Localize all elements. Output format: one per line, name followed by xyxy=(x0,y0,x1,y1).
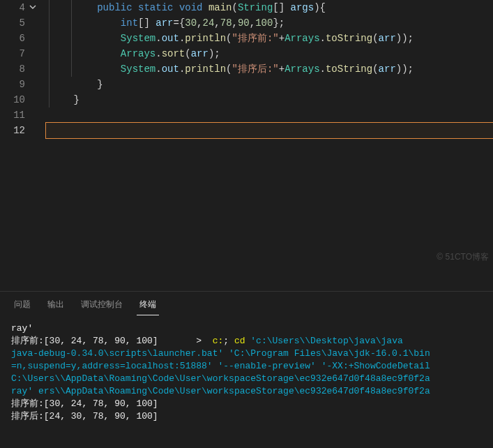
code-line[interactable]: Arrays.sort(arr); xyxy=(46,46,493,61)
terminal-line: =n,suspend=y,address=localhost:51888' '-… xyxy=(11,360,482,373)
code-line[interactable]: System.out.println("排序后:"+Arrays.toStrin… xyxy=(46,61,493,77)
bottom-panel: 问题输出调试控制台终端 ray'排序前:[30, 24, 78, 90, 100… xyxy=(0,291,493,448)
panel-tab[interactable]: 终端 xyxy=(137,297,159,315)
line-number: 7 xyxy=(0,46,36,61)
code-lines[interactable]: public static void main(String[] args){ … xyxy=(46,0,493,138)
watermark: © 51CTO博客 xyxy=(437,251,489,263)
indent-guide xyxy=(71,0,72,77)
panel-tab[interactable]: 问题 xyxy=(11,297,33,315)
line-number: 6 xyxy=(0,31,36,46)
code-editor[interactable]: 456789101112 Run | Debug public static v… xyxy=(0,0,493,251)
code-line[interactable]: } xyxy=(46,92,493,107)
line-number: 8 xyxy=(0,61,36,77)
fold-chevron-icon[interactable] xyxy=(28,0,36,15)
terminal-line: 排序前:[30, 24, 78, 90, 100] xyxy=(11,398,482,410)
terminal-line: ray' xyxy=(11,322,482,335)
code-line[interactable] xyxy=(46,123,493,138)
panel-tab[interactable]: 输出 xyxy=(45,297,67,315)
line-number: 10 xyxy=(0,92,36,107)
code-line[interactable]: } xyxy=(46,77,493,92)
terminal-line: 排序后:[24, 30, 78, 90, 100] xyxy=(11,410,482,423)
code-line[interactable]: int[] arr={30,24,78,90,100}; xyxy=(46,15,493,31)
panel-tabbar: 问题输出调试控制台终端 xyxy=(0,292,493,320)
code-line[interactable]: System.out.println("排序前:"+Arrays.toStrin… xyxy=(46,31,493,46)
terminal-line: java-debug-0.34.0\scripts\launcher.bat' … xyxy=(11,348,482,360)
codelens[interactable]: Run | Debug xyxy=(46,0,128,1)
terminal-line: 排序前:[30, 24, 78, 90, 100] > c:; cd 'c:\U… xyxy=(11,335,482,348)
line-gutter: 456789101112 xyxy=(0,0,42,251)
line-number: 5 xyxy=(0,15,36,31)
terminal-output[interactable]: ray'排序前:[30, 24, 78, 90, 100] > c:; cd '… xyxy=(0,320,493,426)
code-line[interactable] xyxy=(46,107,493,123)
line-number: 4 xyxy=(0,0,36,15)
line-number: 11 xyxy=(0,107,36,123)
line-number: 9 xyxy=(0,77,36,92)
code-line[interactable]: public static void main(String[] args){ xyxy=(46,0,493,15)
terminal-line: C:\Users\\AppData\Roaming\Code\User\work… xyxy=(11,373,482,385)
terminal-line: ray' ers\\AppData\Roaming\Code\User\work… xyxy=(11,385,482,398)
line-number: 12 xyxy=(0,123,36,138)
indent-guide xyxy=(49,0,50,107)
code-area[interactable]: Run | Debug public static void main(Stri… xyxy=(42,0,493,251)
panel-tab[interactable]: 调试控制台 xyxy=(78,297,126,315)
